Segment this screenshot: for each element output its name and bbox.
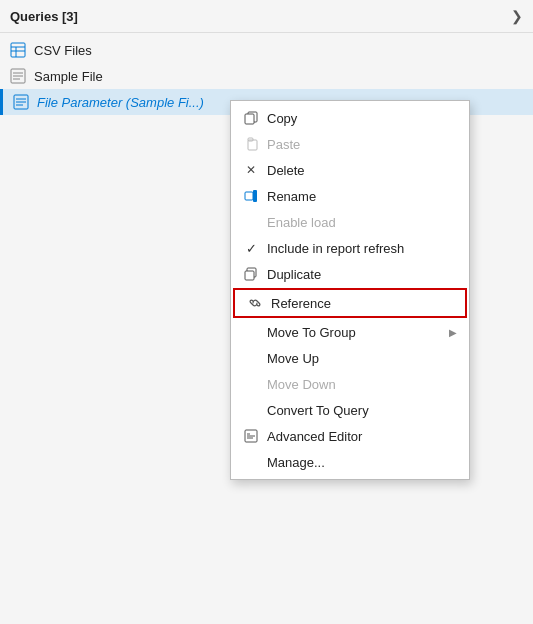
context-menu-delete[interactable]: ✕ Delete <box>231 157 469 183</box>
svg-rect-13 <box>245 114 254 124</box>
collapse-icon: ❯ <box>511 8 523 24</box>
move-to-group-icon <box>243 324 259 340</box>
include-refresh-label: Include in report refresh <box>267 241 457 256</box>
context-menu-move-down[interactable]: Move Down <box>231 371 469 397</box>
empty-icon <box>243 214 259 230</box>
item-label: File Parameter (Sample Fi...) <box>37 95 204 110</box>
context-menu-convert-to-query[interactable]: Convert To Query <box>231 397 469 423</box>
copy-label: Copy <box>267 111 457 126</box>
reference-label: Reference <box>271 296 453 311</box>
item-label: CSV Files <box>34 43 92 58</box>
context-menu-move-up[interactable]: Move Up <box>231 345 469 371</box>
context-menu: Copy Paste ✕ Delete <box>230 100 470 480</box>
context-menu-copy[interactable]: Copy <box>231 105 469 131</box>
list-item[interactable]: Sample File <box>0 63 533 89</box>
paste-icon <box>243 136 259 152</box>
lines-icon <box>10 68 26 84</box>
collapse-button[interactable]: ❯ <box>511 8 523 24</box>
paste-label: Paste <box>267 137 457 152</box>
move-up-label: Move Up <box>267 351 457 366</box>
move-up-icon <box>243 350 259 366</box>
manage-label: Manage... <box>267 455 457 470</box>
table-icon <box>10 42 26 58</box>
rename-label: Rename <box>267 189 457 204</box>
panel-title: Queries [3] <box>10 9 78 24</box>
lines-icon <box>13 94 29 110</box>
delete-label: Delete <box>267 163 457 178</box>
context-menu-enable-load[interactable]: Enable load <box>231 209 469 235</box>
context-menu-reference[interactable]: Reference <box>233 288 467 318</box>
svg-rect-19 <box>245 271 254 280</box>
duplicate-icon <box>243 266 259 282</box>
context-menu-rename[interactable]: Rename <box>231 183 469 209</box>
copy-icon <box>243 110 259 126</box>
convert-icon <box>243 402 259 418</box>
duplicate-label: Duplicate <box>267 267 457 282</box>
enable-load-label: Enable load <box>267 215 457 230</box>
link-icon <box>247 295 263 311</box>
context-menu-advanced-editor[interactable]: Advanced Editor <box>231 423 469 449</box>
item-label: Sample File <box>34 69 103 84</box>
panel: Queries [3] ❯ CSV Files <box>0 0 533 624</box>
list-item[interactable]: CSV Files <box>0 37 533 63</box>
advanced-editor-icon <box>243 428 259 444</box>
context-menu-paste[interactable]: Paste <box>231 131 469 157</box>
context-menu-manage[interactable]: Manage... <box>231 449 469 475</box>
check-icon: ✓ <box>243 240 259 256</box>
rename-icon <box>243 188 259 204</box>
svg-rect-17 <box>253 190 257 202</box>
convert-label: Convert To Query <box>267 403 457 418</box>
delete-icon: ✕ <box>243 162 259 178</box>
panel-header: Queries [3] ❯ <box>0 0 533 33</box>
svg-rect-0 <box>11 43 25 57</box>
move-down-icon <box>243 376 259 392</box>
advanced-editor-label: Advanced Editor <box>267 429 457 444</box>
svg-rect-16 <box>245 192 253 200</box>
manage-icon <box>243 454 259 470</box>
context-menu-duplicate[interactable]: Duplicate <box>231 261 469 287</box>
context-menu-include-refresh[interactable]: ✓ Include in report refresh <box>231 235 469 261</box>
context-menu-move-to-group[interactable]: Move To Group ▶ <box>231 319 469 345</box>
submenu-arrow: ▶ <box>449 327 457 338</box>
move-to-group-label: Move To Group <box>267 325 441 340</box>
move-down-label: Move Down <box>267 377 457 392</box>
